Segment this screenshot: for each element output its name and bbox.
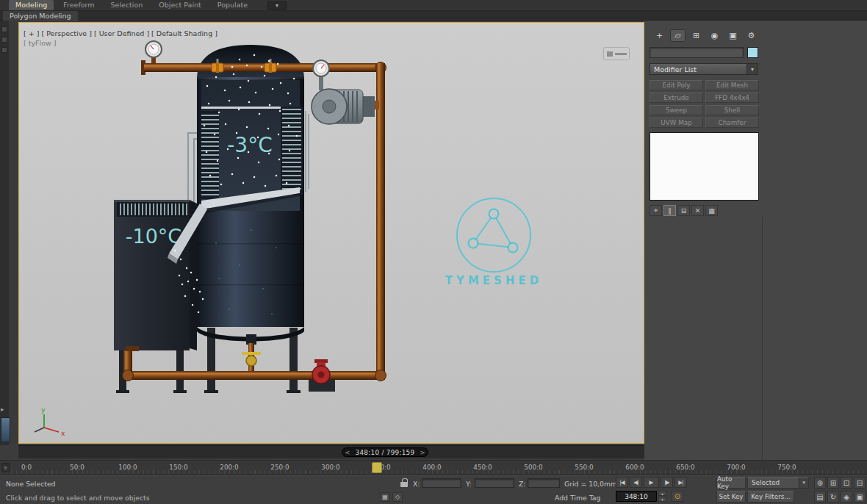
ruler-label: 500:0 <box>524 464 542 471</box>
ribbon-options-button[interactable]: ▾ <box>267 1 287 10</box>
tank-temperature-label: -3°C <box>227 133 272 157</box>
ribbon-tab-object-paint[interactable]: Object Paint <box>152 0 207 10</box>
modifier-button-shell[interactable]: Shell <box>705 105 759 115</box>
object-name-field[interactable] <box>650 47 744 58</box>
modifier-button-set: Edit Poly Edit Mesh Extrude FFD 4x4x4 Sw… <box>650 80 759 128</box>
motion-tab-icon[interactable]: ◉ <box>707 29 722 42</box>
set-keys-icon[interactable]: ⊙ <box>672 491 683 502</box>
go-to-end-icon[interactable]: ▶| <box>674 477 687 488</box>
modifier-button-chamfer[interactable]: Chamfer <box>705 118 759 128</box>
zoom-region-icon[interactable]: ⊟ <box>854 477 866 489</box>
pin-stack-icon[interactable]: ⌖ <box>650 205 662 216</box>
grid-size-readout: Grid = 10,0mm <box>564 480 617 488</box>
frame-spinner-up-icon[interactable]: ▴ <box>658 491 666 496</box>
show-end-result-icon[interactable]: ‖ <box>663 205 676 216</box>
ruler-label: 200:0 <box>220 464 238 471</box>
hierarchy-tab-icon[interactable]: ⊞ <box>688 29 704 42</box>
command-panel: + ▱ ⊞ ◉ ▣ ⚙ Modifier List ▾ Edit Poly Ed… <box>644 21 867 460</box>
modifier-button-edit-poly[interactable]: Edit Poly <box>650 80 703 90</box>
modifier-button-extrude[interactable]: Extrude <box>650 93 703 103</box>
time-slider-track[interactable]: < 348:10 / 799:159 > <box>18 445 644 458</box>
set-key-button[interactable]: Set Key <box>716 491 746 503</box>
modifier-stack-list[interactable] <box>650 132 759 201</box>
x-coordinate-field[interactable] <box>422 478 461 488</box>
pressure-gauge[interactable] <box>145 41 162 57</box>
make-unique-icon[interactable]: ⊟ <box>677 205 690 216</box>
previous-key-icon[interactable]: ◀| <box>630 477 642 488</box>
add-time-tag[interactable]: Add Time Tag <box>555 494 600 502</box>
go-to-start-icon[interactable]: |◀ <box>616 477 628 488</box>
timeline-playhead[interactable] <box>372 462 382 473</box>
auto-key-button[interactable]: Auto Key <box>716 477 746 489</box>
expand-arrow-icon[interactable]: ▸ <box>1 406 4 413</box>
curve-editor-icon[interactable]: ◇ <box>392 492 403 502</box>
modifier-list-dropdown[interactable]: Modifier List ▾ <box>650 63 758 75</box>
key-filters-button[interactable]: Key Filters... <box>747 491 794 503</box>
dock-tool-icon[interactable] <box>1 26 7 32</box>
ribbon-tab-bar: Modeling Freeform Selection Object Paint… <box>0 0 867 11</box>
ribbon-tab-modeling[interactable]: Modeling <box>9 0 54 10</box>
current-frame-field[interactable]: 348:10 <box>616 491 657 502</box>
pressure-gauge[interactable] <box>313 60 329 76</box>
perspective-viewport[interactable]: -10°C -3°C <box>18 22 644 444</box>
ribbon-subtab-polygon-modeling[interactable]: Polygon Modeling <box>3 11 78 21</box>
next-frame-icon[interactable]: |▶ <box>661 477 673 488</box>
drain-valve[interactable] <box>242 352 261 366</box>
chevron-down-icon: ▾ <box>276 2 278 9</box>
y-coordinate-field[interactable] <box>475 478 514 488</box>
viewport-canvas[interactable]: -10°C -3°C <box>19 23 644 443</box>
ribbon-tab-populate[interactable]: Populate <box>211 0 254 10</box>
viewport-layout-tab[interactable] <box>1 417 10 442</box>
viewport-header-menus[interactable]: [ + ] [ Perspective ] [ User Defined ] [… <box>24 29 217 37</box>
frame-spinner-down-icon[interactable]: ▾ <box>658 497 666 502</box>
ruler-label: 0:0 <box>21 464 32 471</box>
ruler-label: 50:0 <box>70 464 84 471</box>
utilities-tab-icon[interactable]: ⚙ <box>744 29 759 42</box>
key-mode-value: Selected <box>752 479 780 486</box>
z-coordinate-label: Z: <box>519 480 526 488</box>
previous-frame-arrow[interactable]: < <box>342 449 353 456</box>
viewport-plugin-label: [ tyFlow ] <box>24 39 57 47</box>
ruler-label: 400:0 <box>422 464 441 471</box>
y-coordinate-label: Y: <box>466 480 472 488</box>
pan-icon[interactable]: ▤ <box>814 491 826 503</box>
modifier-button-ffd[interactable]: FFD 4x4x4 <box>705 93 759 103</box>
track-bar-ruler[interactable]: ≡ 0:0 50:0 100:0 150:0 200:0 250:0 300:0… <box>0 460 867 475</box>
chiller-temperature-label: -10°C <box>126 225 181 248</box>
modifier-button-sweep[interactable]: Sweep <box>650 105 703 115</box>
modify-tab-icon[interactable]: ▱ <box>670 29 686 42</box>
axis-x-label: x <box>61 430 65 437</box>
process-tank[interactable]: -3°C <box>197 45 309 345</box>
remove-modifier-icon[interactable]: ✕ <box>691 205 704 216</box>
display-tab-icon[interactable]: ▣ <box>725 29 741 42</box>
dope-sheet-icon[interactable]: ▦ <box>380 492 390 502</box>
zoom-all-icon[interactable]: ⊞ <box>827 477 839 489</box>
axis-gizmo: y x <box>35 406 65 437</box>
configure-modifier-sets-icon[interactable]: ▦ <box>705 205 718 216</box>
prompt-line: Click and drag to select and move object… <box>6 494 150 502</box>
next-frame-arrow[interactable]: > <box>417 449 428 456</box>
zoom-icon[interactable]: ⊕ <box>814 477 826 489</box>
modifier-button-edit-mesh[interactable]: Edit Mesh <box>705 80 759 90</box>
ribbon-tab-freeform[interactable]: Freeform <box>57 0 101 10</box>
time-slider-thumb[interactable]: < 348:10 / 799:159 > <box>342 447 428 457</box>
object-color-swatch[interactable] <box>747 47 758 58</box>
modifier-button-uvw-map[interactable]: UVW Map <box>650 118 703 128</box>
create-tab-icon[interactable]: + <box>652 29 667 42</box>
z-coordinate-field[interactable] <box>528 478 560 488</box>
field-of-view-icon[interactable]: ◈ <box>841 491 852 503</box>
ruler-label: 700:0 <box>727 464 745 471</box>
play-button-icon[interactable]: ▶ <box>644 477 659 488</box>
mini-curve-editor-icon[interactable]: ≡ <box>1 463 10 472</box>
key-mode-dropdown[interactable]: Selected ▾ <box>747 477 809 489</box>
zoom-extents-icon[interactable]: ⊡ <box>841 477 852 489</box>
orbit-icon[interactable]: ↻ <box>827 491 839 503</box>
fan-motor-unit[interactable] <box>312 76 375 124</box>
selection-lock-icon[interactable] <box>400 482 408 487</box>
ruler-label: 650:0 <box>676 464 694 471</box>
dock-tool-icon[interactable] <box>1 37 7 43</box>
ribbon-tab-selection[interactable]: Selection <box>104 0 150 10</box>
chiller-box[interactable]: -10°C <box>114 200 197 350</box>
maximize-viewport-icon[interactable]: ▣ <box>854 491 866 503</box>
dock-tool-icon[interactable] <box>1 47 7 53</box>
